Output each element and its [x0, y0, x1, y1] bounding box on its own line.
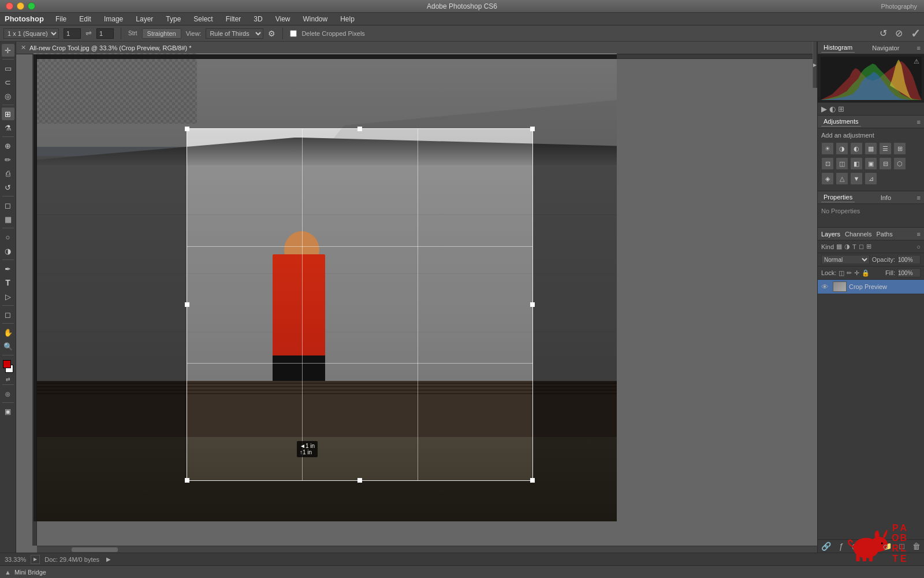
adj-levels[interactable]: ◑ [836, 142, 848, 155]
menu-select[interactable]: Select [191, 14, 215, 24]
adj-vibrance[interactable]: ☰ [879, 142, 892, 155]
crop-width-input[interactable] [64, 28, 81, 39]
h-scrollbar-thumb[interactable] [72, 547, 118, 552]
adj-selective-color[interactable]: ⊿ [865, 172, 877, 185]
layer-name[interactable]: Crop Preview [849, 283, 921, 290]
lock-position-icon[interactable]: ✛ [854, 269, 859, 277]
mini-bridge-label[interactable]: Mini Bridge [14, 569, 46, 576]
menu-image[interactable]: Image [102, 14, 125, 24]
adj-gradient-map[interactable]: ▼ [850, 172, 863, 185]
tab-properties[interactable]: Properties [821, 192, 855, 202]
maximize-button[interactable] [28, 2, 35, 10]
view-settings-icon[interactable]: ⚙ [268, 29, 275, 38]
tab-paths[interactable]: Paths [877, 231, 893, 238]
filter-pixel-icon[interactable]: ▦ [836, 243, 842, 250]
tool-gradient[interactable]: ▦ [2, 213, 14, 225]
filter-type-icon[interactable]: T [852, 243, 856, 250]
tab-channels[interactable]: Channels [845, 231, 871, 238]
menu-layer[interactable]: Layer [133, 14, 155, 24]
histogram-collapse-icon[interactable]: ≡ [917, 45, 921, 51]
layer-visibility-icon[interactable]: 👁 [821, 283, 830, 291]
straighten-button[interactable]: Straighten [142, 28, 181, 39]
adj-invert[interactable]: ⬡ [893, 157, 906, 170]
horizontal-scrollbar[interactable] [37, 546, 817, 553]
tool-history-brush[interactable]: ↺ [2, 181, 14, 194]
minimize-button[interactable] [17, 2, 24, 10]
layer-row-crop-preview[interactable]: 👁 Crop Preview [818, 280, 924, 294]
crop-height-input[interactable] [96, 28, 114, 39]
menu-help[interactable]: Help [338, 14, 357, 24]
adj-exposure[interactable]: ▦ [865, 142, 877, 155]
opacity-input[interactable] [897, 255, 921, 264]
filter-shape-icon[interactable]: ◻ [859, 243, 864, 250]
panel-tool-1[interactable]: ▶ [821, 105, 827, 113]
adj-color-lookup[interactable]: ⊟ [879, 157, 892, 170]
menu-3d[interactable]: 3D [251, 14, 264, 24]
adj-posterize[interactable]: ◈ [821, 172, 834, 185]
mini-bridge-bar[interactable]: ▲ Mini Bridge [0, 565, 924, 578]
tool-eraser[interactable]: ◻ [2, 199, 14, 212]
filter-smart-icon[interactable]: ⊞ [866, 243, 871, 250]
menu-filter[interactable]: Filter [223, 14, 244, 24]
tool-clone-stamp[interactable]: ⎙ [2, 167, 14, 180]
tool-quick-mask[interactable]: ◎ [2, 387, 14, 400]
panel-collapse-btn[interactable]: ▶ [813, 42, 817, 88]
tab-adjustments[interactable]: Adjustments [821, 117, 861, 127]
layers-collapse-icon[interactable]: ≡ [917, 231, 921, 238]
adj-bw[interactable]: ◫ [836, 157, 848, 170]
tool-path-select[interactable]: ▷ [2, 290, 14, 303]
adj-collapse-icon[interactable]: ≡ [917, 118, 921, 125]
lock-transparency-icon[interactable]: ◫ [839, 269, 844, 277]
menu-file[interactable]: File [53, 14, 69, 24]
link-layers-icon[interactable]: 🔗 [821, 542, 831, 551]
filter-adjust-icon[interactable]: ◑ [844, 243, 850, 250]
props-collapse-icon[interactable]: ≡ [917, 194, 921, 201]
tool-blur[interactable]: ○ [2, 231, 14, 243]
crop-preset-select[interactable]: 1 x 1 (Square) Original Ratio Custom [3, 28, 59, 39]
menu-edit[interactable]: Edit [77, 14, 94, 24]
filter-toggle[interactable]: ○ [916, 243, 921, 250]
menu-view[interactable]: View [273, 14, 293, 24]
tool-select-rect[interactable]: ▭ [2, 62, 14, 75]
tool-screen-mode[interactable]: ▣ [2, 405, 14, 418]
tool-crop[interactable]: ⊞ [2, 108, 14, 120]
tool-brush[interactable]: ✏ [2, 153, 14, 166]
delete-cropped-checkbox[interactable] [290, 30, 297, 37]
crop-confirm-icon[interactable]: ✓ [911, 27, 921, 40]
panel-tool-2[interactable]: ◐ [829, 105, 836, 113]
status-preview-btn[interactable]: ▶ [31, 555, 40, 564]
tool-hand[interactable]: ✋ [2, 326, 14, 339]
tab-layers[interactable]: Layers [821, 231, 840, 238]
panel-tool-3[interactable]: ⊞ [838, 105, 844, 113]
adj-hsl[interactable]: ⊞ [893, 142, 906, 155]
tool-quick-select[interactable]: ◎ [2, 90, 14, 102]
swap-colors-icon[interactable]: ⇄ [6, 376, 10, 382]
tab-histogram[interactable]: Histogram [821, 43, 855, 53]
tab-info[interactable]: Info [878, 193, 893, 202]
adj-photo-filter[interactable]: ◧ [850, 157, 863, 170]
tool-dodge[interactable]: ◑ [2, 244, 14, 257]
histogram-warning-icon[interactable]: ⚠ [914, 58, 919, 65]
tab-close-icon[interactable]: ✕ [21, 44, 26, 51]
tool-spot-heal[interactable]: ⊕ [2, 139, 14, 152]
dimension-swap-icon[interactable]: ⇌ [85, 29, 92, 38]
tab-navigator[interactable]: Navigator [870, 43, 901, 53]
fill-input[interactable] [897, 268, 921, 277]
view-select[interactable]: Rule of Thirds Grid Diagonal Triangle Go… [206, 28, 263, 39]
photo-canvas[interactable]: ◄1 in ↑1 in [33, 53, 617, 521]
tool-pen[interactable]: ✒ [2, 262, 14, 275]
foreground-color[interactable] [3, 360, 11, 368]
crop-reset-icon[interactable]: ↺ [880, 28, 887, 39]
document-tab[interactable]: All-new Crop Tool.jpg @ 33.3% (Crop Prev… [29, 45, 192, 51]
tool-type[interactable]: T [2, 276, 14, 289]
blend-mode-select[interactable]: Normal Multiply Screen Overlay [821, 255, 870, 264]
tool-zoom[interactable]: 🔍 [2, 340, 14, 353]
adj-color-balance[interactable]: ⊡ [821, 157, 834, 170]
tool-shape[interactable]: ◻ [2, 308, 14, 321]
lock-pixels-icon[interactable]: ✏ [847, 269, 852, 277]
adj-brightness[interactable]: ☀ [821, 142, 834, 155]
tool-eyedropper[interactable]: ⚗ [2, 121, 14, 134]
menu-window[interactable]: Window [301, 14, 330, 24]
lock-all-icon[interactable]: 🔒 [862, 269, 870, 277]
color-swatches[interactable] [2, 360, 14, 375]
